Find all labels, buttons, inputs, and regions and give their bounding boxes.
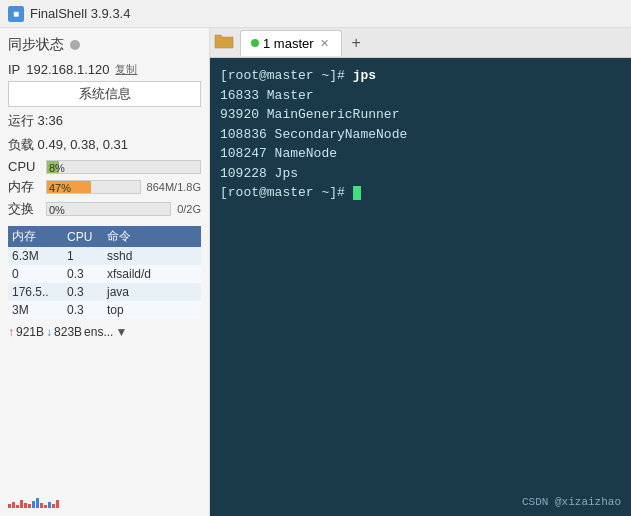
cell-mem: 176.5..	[8, 283, 63, 301]
folder-icon[interactable]	[214, 32, 234, 53]
tab-close-button[interactable]: ✕	[318, 37, 331, 50]
mem-label: 内存	[8, 178, 40, 196]
tab-add-button[interactable]: +	[344, 32, 369, 54]
prompt-1: [root@master ~]#	[220, 68, 353, 83]
table-row: 6.3M 1 sshd	[8, 247, 201, 265]
terminal-line-5: 108247 NameNode	[220, 144, 621, 164]
swap-detail: 0/2G	[177, 203, 201, 215]
terminal-tab[interactable]: 1 master ✕	[240, 30, 342, 56]
cursor	[353, 186, 361, 200]
swap-progress-bar: 0%	[46, 202, 171, 216]
sync-dot	[70, 40, 80, 50]
table-row: 0 0.3 xfsaild/d	[8, 265, 201, 283]
output-2: 16833 Master	[220, 88, 314, 103]
cpu-progress-bar: 8%	[46, 160, 201, 174]
tab-label: 1 master	[263, 36, 314, 51]
net-interface: ens...	[84, 325, 113, 339]
net-bar	[40, 503, 43, 508]
mem-detail: 864M/1.8G	[147, 181, 201, 193]
table-row: 176.5.. 0.3 java	[8, 283, 201, 301]
process-table: 内存 CPU 命令 6.3M 1 sshd 0 0.3 xfsaild/d 17…	[8, 226, 201, 319]
cpu-percent: 8%	[49, 161, 65, 175]
main-container: 同步状态 IP 192.168.1.120 复制 系统信息 运行 3:36 负载…	[0, 28, 631, 516]
cell-cmd: top	[103, 301, 201, 319]
terminal-line-6: 109228 Jps	[220, 164, 621, 184]
net-bar	[44, 505, 47, 508]
cell-cmd: xfsaild/d	[103, 265, 201, 283]
output-4: 108836 SecondaryNameNode	[220, 127, 407, 142]
output-6: 109228 Jps	[220, 166, 298, 181]
ip-address: 192.168.1.120	[26, 62, 109, 77]
net-down-value: 823B	[54, 325, 82, 339]
tab-bar: 1 master ✕ +	[210, 28, 631, 58]
net-up-value: 921B	[16, 325, 44, 339]
net-bar	[16, 505, 19, 508]
runtime-row: 运行 3:36	[8, 111, 201, 131]
swap-label: 交换	[8, 200, 40, 218]
cell-mem: 3M	[8, 301, 63, 319]
cell-cpu: 1	[63, 247, 103, 265]
network-bars	[8, 343, 201, 508]
sync-label: 同步状态	[8, 36, 64, 54]
cell-cpu: 0.3	[63, 301, 103, 319]
terminal-content[interactable]: [root@master ~]# jps 16833 Master 93920 …	[210, 58, 631, 516]
cpu-row: CPU 8%	[8, 159, 201, 174]
net-bar	[48, 502, 51, 508]
cell-cmd: sshd	[103, 247, 201, 265]
network-row: ↑ 921B ↓ 823B ens... ▼	[8, 325, 201, 339]
mem-row: 内存 47% 864M/1.8G	[8, 178, 201, 196]
cell-cpu: 0.3	[63, 283, 103, 301]
cell-mem: 0	[8, 265, 63, 283]
net-bar	[24, 503, 27, 508]
output-5: 108247 NameNode	[220, 146, 337, 161]
prompt-7: [root@master ~]#	[220, 185, 353, 200]
sysinfo-button[interactable]: 系统信息	[8, 81, 201, 107]
cell-cmd: java	[103, 283, 201, 301]
terminal-line-2: 16833 Master	[220, 86, 621, 106]
sync-row: 同步状态	[8, 36, 201, 54]
terminal-line-7: [root@master ~]#	[220, 183, 621, 203]
app-icon: ■	[8, 6, 24, 22]
net-bar	[52, 504, 55, 508]
ip-row: IP 192.168.1.120 复制	[8, 62, 201, 77]
mem-progress-bar: 47%	[46, 180, 141, 194]
copy-button[interactable]: 复制	[115, 62, 137, 77]
terminal-line-1: [root@master ~]# jps	[220, 66, 621, 86]
titlebar: ■ FinalShell 3.9.3.4	[0, 0, 631, 28]
net-bar	[28, 504, 31, 508]
watermark: CSDN @xizaizhao	[522, 494, 621, 511]
cell-cpu: 0.3	[63, 265, 103, 283]
mem-percent: 47%	[49, 181, 71, 195]
app-title: FinalShell 3.9.3.4	[30, 6, 130, 21]
swap-percent: 0%	[49, 203, 65, 217]
cell-mem: 6.3M	[8, 247, 63, 265]
net-bar	[32, 501, 35, 508]
net-bar	[8, 504, 11, 508]
net-bar	[20, 500, 23, 508]
net-up-icon: ↑	[8, 325, 14, 339]
net-dropdown-icon[interactable]: ▼	[115, 325, 127, 339]
swap-row: 交换 0% 0/2G	[8, 200, 201, 218]
terminal-panel: 1 master ✕ + [root@master ~]# jps 16833 …	[210, 28, 631, 516]
sidebar: 同步状态 IP 192.168.1.120 复制 系统信息 运行 3:36 负载…	[0, 28, 210, 516]
cpu-label: CPU	[8, 159, 40, 174]
net-bar	[36, 498, 39, 508]
output-3: 93920 MainGenericRunner	[220, 107, 399, 122]
ip-label: IP	[8, 62, 20, 77]
terminal-line-3: 93920 MainGenericRunner	[220, 105, 621, 125]
col-header-cpu: CPU	[63, 226, 103, 247]
cmd-1: jps	[353, 68, 376, 83]
net-down-icon: ↓	[46, 325, 52, 339]
table-row: 3M 0.3 top	[8, 301, 201, 319]
load-row: 负载 0.49, 0.38, 0.31	[8, 135, 201, 155]
tab-status-dot	[251, 39, 259, 47]
net-bar	[12, 502, 15, 508]
terminal-line-4: 108836 SecondaryNameNode	[220, 125, 621, 145]
col-header-cmd: 命令	[103, 226, 201, 247]
net-bar	[56, 500, 59, 508]
col-header-mem: 内存	[8, 226, 63, 247]
